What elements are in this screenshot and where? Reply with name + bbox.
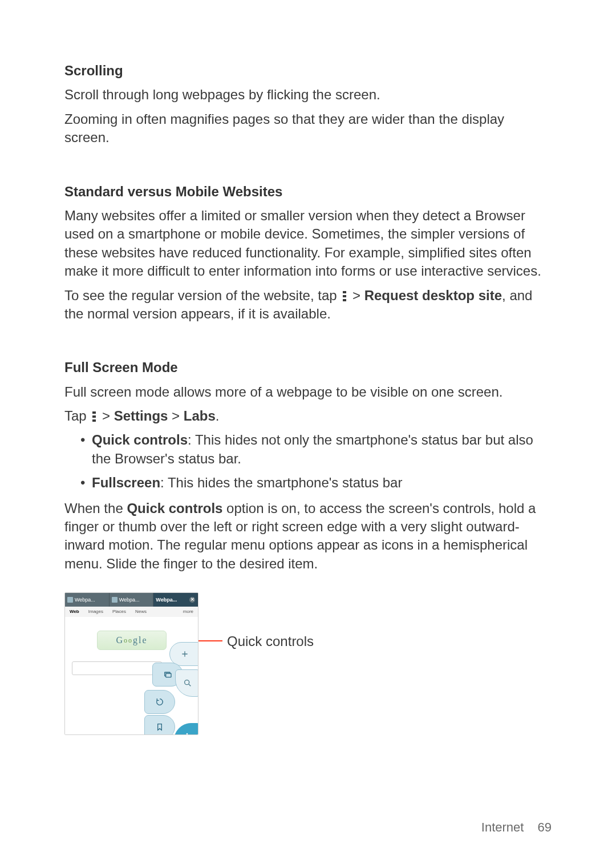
text-bold: Quick controls	[127, 500, 222, 516]
browser-tab: Webpa...	[110, 593, 154, 607]
browser-tabs: Webpa... Webpa... Webpa... ✕	[65, 593, 198, 607]
nav-more: more	[179, 609, 198, 615]
quick-control-more-icon	[174, 723, 198, 735]
bullet-list: Quick controls: This hides not only the …	[64, 431, 552, 492]
figure-quick-controls: Webpa... Webpa... Webpa... ✕ Web Images …	[64, 592, 552, 735]
text: >	[348, 288, 364, 303]
para: Scroll through long webpages by flicking…	[64, 86, 552, 104]
text: .	[216, 408, 220, 423]
text: >	[98, 408, 114, 423]
para: When the Quick controls option is on, to…	[64, 499, 552, 574]
list-item: Quick controls: This hides not only the …	[92, 431, 552, 468]
nav-item: News	[131, 609, 151, 615]
para: Tap > Settings > Labs.	[64, 407, 552, 425]
quick-control-search-icon	[175, 669, 198, 697]
google-nav: Web Images Places News more	[65, 607, 198, 617]
favicon-icon	[112, 597, 117, 603]
para: Many websites offer a limited or smaller…	[64, 207, 552, 281]
page-content: Google 3	[65, 617, 198, 734]
para: To see the regular version of the websit…	[64, 286, 552, 324]
text-bold: Quick controls	[92, 432, 188, 447]
svg-rect-1	[166, 673, 171, 677]
callout-leader-line	[197, 640, 222, 641]
quick-control-bookmark-icon	[144, 715, 175, 735]
google-logo: Google	[97, 631, 167, 650]
overflow-menu-icon	[342, 291, 347, 301]
text-bold: Settings	[114, 408, 168, 423]
overflow-menu-icon	[91, 411, 97, 422]
heading-standard-vs-mobile: Standard versus Mobile Websites	[64, 183, 552, 201]
favicon-icon	[67, 597, 73, 603]
text: : This hides the smartphone's status bar	[160, 475, 402, 490]
quick-control-new-tab-icon	[169, 642, 198, 666]
text-bold: Labs	[184, 408, 216, 423]
tab-label: Webpa...	[119, 596, 140, 603]
page-footer: Internet 69	[481, 819, 552, 836]
svg-point-3	[187, 733, 188, 735]
svg-rect-0	[165, 672, 170, 676]
text-bold: Fullscreen	[92, 475, 160, 490]
callout-label: Quick controls	[227, 632, 314, 651]
close-icon: ✕	[189, 597, 195, 603]
text: Tap	[64, 408, 90, 423]
heading-scrolling: Scrolling	[64, 62, 552, 80]
tab-label: Webpa...	[75, 596, 95, 603]
browser-tab: Webpa...	[65, 593, 110, 607]
browser-tab-active: Webpa... ✕	[153, 593, 198, 607]
nav-item: Images	[84, 609, 108, 615]
page-number: 69	[538, 820, 552, 834]
text-bold: Request desktop site	[364, 288, 502, 303]
para: Full screen mode allows more of a webpag…	[64, 383, 552, 401]
text: >	[168, 408, 183, 423]
quick-controls-fan: 3	[109, 642, 198, 735]
tab-count-badge: 3	[179, 678, 181, 685]
screenshot: Webpa... Webpa... Webpa... ✕ Web Images …	[64, 592, 198, 735]
para: Zooming in often magnifies pages so that…	[64, 110, 552, 147]
text: When the	[64, 500, 127, 516]
text: To see the regular version of the websit…	[64, 288, 341, 303]
footer-section: Internet	[481, 820, 524, 834]
search-box	[72, 661, 162, 675]
tab-label: Webpa...	[156, 596, 177, 603]
quick-control-refresh-icon	[144, 690, 175, 714]
nav-item: Web	[65, 609, 84, 615]
nav-item: Places	[108, 609, 131, 615]
list-item: Fullscreen: This hides the smartphone's …	[92, 474, 552, 492]
heading-fullscreen: Full Screen Mode	[64, 358, 552, 377]
svg-point-2	[185, 680, 189, 685]
